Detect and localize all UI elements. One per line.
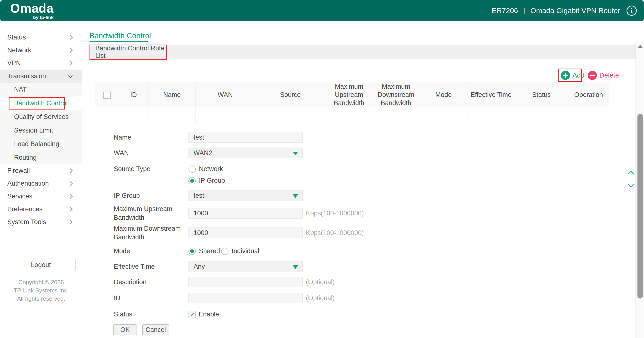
select-all-checkbox[interactable] bbox=[103, 92, 110, 99]
add-button[interactable]: Add bbox=[561, 71, 584, 80]
id-optional-hint: (Optional) bbox=[306, 294, 335, 302]
sidebar-item-vpn[interactable]: VPN bbox=[0, 57, 82, 69]
ip-group-select[interactable]: test bbox=[188, 190, 303, 201]
sidebar-item-network[interactable]: Network bbox=[0, 44, 82, 57]
mode-label: Mode bbox=[114, 247, 186, 255]
sidebar-item-label: Status bbox=[7, 34, 26, 41]
source-type-label: Source Type bbox=[114, 165, 186, 173]
sidebar-item-authentication[interactable]: Authentication bbox=[0, 177, 82, 190]
sidebar-item-session-limit[interactable]: Session Limit bbox=[0, 124, 82, 137]
placeholder-cell: – bbox=[119, 107, 148, 124]
title-divider bbox=[148, 42, 636, 42]
enable-checkbox[interactable] bbox=[188, 311, 196, 318]
sidebar-item-bandwidth-control[interactable]: Bandwidth Control bbox=[0, 96, 82, 110]
copyright-line: Copyright © 2026 bbox=[0, 278, 82, 286]
wan-select[interactable]: WAN2 bbox=[188, 148, 303, 158]
wan-select-value: WAN2 bbox=[194, 149, 212, 157]
max-upstream-unit-hint: Kbps(100-1000000) bbox=[306, 210, 364, 217]
bandwidth-rule-table: ID Name WAN Source Maximum Upstream Band… bbox=[95, 82, 609, 124]
info-icon[interactable]: i bbox=[626, 5, 637, 16]
max-downstream-unit-hint: Kbps(100-1000000) bbox=[306, 229, 364, 237]
placeholder-cell: – bbox=[255, 107, 326, 124]
copyright-line: TP-Link Systems Inc. bbox=[0, 286, 82, 295]
status-label: Status bbox=[114, 310, 186, 319]
sidebar-nav: Status Network VPN Transmission NAT Band… bbox=[0, 21, 82, 338]
sidebar-item-label: Authentication bbox=[7, 180, 49, 187]
chevron-up-icon bbox=[628, 171, 634, 177]
placeholder-cell: – bbox=[326, 107, 372, 124]
column-header-status: Status bbox=[515, 82, 568, 107]
sidebar-item-label: System Tools bbox=[7, 218, 46, 226]
source-type-network-radio[interactable]: Network bbox=[188, 165, 223, 173]
effective-time-select[interactable]: Any bbox=[188, 261, 303, 272]
placeholder-cell: – bbox=[148, 107, 196, 124]
device-model: ER7206 bbox=[492, 6, 518, 15]
status-enable-toggle[interactable]: Enable bbox=[188, 311, 219, 318]
sidebar-item-system-tools[interactable]: System Tools bbox=[0, 216, 82, 229]
table-header-row: ID Name WAN Source Maximum Upstream Band… bbox=[95, 82, 609, 107]
sidebar-item-load-balancing[interactable]: Load Balancing bbox=[0, 137, 82, 151]
sidebar-item-preferences[interactable]: Preferences bbox=[0, 203, 82, 216]
column-header-id: ID bbox=[119, 82, 148, 107]
sidebar-item-nat[interactable]: NAT bbox=[0, 83, 82, 96]
scroll-up-chevron[interactable] bbox=[627, 170, 636, 175]
sidebar-item-routing[interactable]: Routing bbox=[0, 151, 82, 164]
omada-logo: Omada by tp-link bbox=[10, 2, 54, 20]
radio-selected-icon bbox=[188, 177, 196, 184]
placeholder-cell: – bbox=[420, 107, 468, 124]
column-header-max-upstream: Maximum Upstream Bandwidth bbox=[326, 82, 372, 107]
sidebar-item-label: VPN bbox=[7, 59, 21, 67]
chevron-right-icon bbox=[68, 168, 72, 173]
chevron-down-icon bbox=[628, 181, 634, 188]
radio-selected-icon bbox=[188, 248, 196, 255]
sidebar-item-services[interactable]: Services bbox=[0, 190, 82, 203]
max-upstream-label: Maximum Upstream Bandwidth bbox=[114, 205, 186, 222]
vertical-scrollbar[interactable] bbox=[636, 42, 644, 338]
sidebar-item-firewall[interactable]: Firewall bbox=[0, 164, 82, 177]
column-header-source: Source bbox=[255, 82, 326, 107]
id-input[interactable] bbox=[188, 293, 303, 303]
cancel-button[interactable]: Cancel bbox=[142, 325, 169, 335]
ok-button[interactable]: OK bbox=[113, 325, 137, 335]
radio-label: Network bbox=[199, 165, 223, 173]
name-field-label: Name bbox=[114, 133, 186, 142]
scrollbar-up-arrow[interactable] bbox=[638, 45, 642, 48]
logo-sub-text: by tp-link bbox=[10, 15, 54, 20]
mode-shared-radio[interactable]: Shared bbox=[188, 247, 220, 255]
scroll-down-chevron[interactable] bbox=[627, 182, 636, 188]
caret-down-icon bbox=[293, 265, 298, 269]
sidebar-item-label: Load Balancing bbox=[14, 140, 59, 148]
max-downstream-label: Maximum Downstream Bandwidth bbox=[114, 224, 186, 242]
caret-down-icon bbox=[293, 194, 298, 198]
mode-individual-radio[interactable]: Individual bbox=[221, 247, 259, 255]
radio-unselected-icon bbox=[221, 248, 228, 255]
source-type-ip-group-radio[interactable]: IP Group bbox=[188, 177, 225, 184]
ip-group-select-value: test bbox=[194, 192, 204, 199]
tab-bar: Bandwidth Control Rule List bbox=[90, 45, 637, 59]
id-label: ID bbox=[114, 294, 186, 302]
delete-button[interactable]: Delete bbox=[588, 71, 619, 80]
tab-bandwidth-control-rule-list[interactable]: Bandwidth Control Rule List bbox=[90, 45, 166, 59]
sidebar-item-quality-of-services[interactable]: Quality of Services bbox=[0, 110, 82, 124]
column-header-mode: Mode bbox=[420, 82, 468, 107]
placeholder-cell: – bbox=[515, 107, 568, 124]
sidebar-item-label: Preferences bbox=[7, 205, 43, 213]
description-optional-hint: (Optional) bbox=[306, 278, 335, 286]
name-input[interactable] bbox=[188, 132, 303, 143]
copyright-text: Copyright © 2026 TP-Link Systems Inc. Al… bbox=[0, 278, 82, 303]
add-button-label: Add bbox=[572, 71, 584, 79]
sidebar-item-transmission[interactable]: Transmission bbox=[0, 69, 82, 83]
sidebar-item-label: NAT bbox=[14, 86, 27, 93]
enable-checkbox-label: Enable bbox=[199, 311, 219, 318]
max-upstream-input[interactable] bbox=[188, 208, 303, 219]
chevron-right-icon bbox=[68, 207, 72, 211]
device-info: ER7206 | Omada Gigabit VPN Router i bbox=[492, 5, 637, 16]
chevron-right-icon bbox=[68, 181, 72, 186]
sidebar-item-status[interactable]: Status bbox=[0, 31, 82, 44]
description-input[interactable] bbox=[188, 277, 303, 287]
copyright-line: All rights reserved. bbox=[0, 295, 82, 303]
scrollbar-thumb[interactable] bbox=[638, 114, 643, 299]
max-downstream-input[interactable] bbox=[188, 228, 303, 238]
column-header-operation: Operation bbox=[568, 82, 609, 107]
logout-button[interactable]: Logout bbox=[6, 259, 76, 271]
